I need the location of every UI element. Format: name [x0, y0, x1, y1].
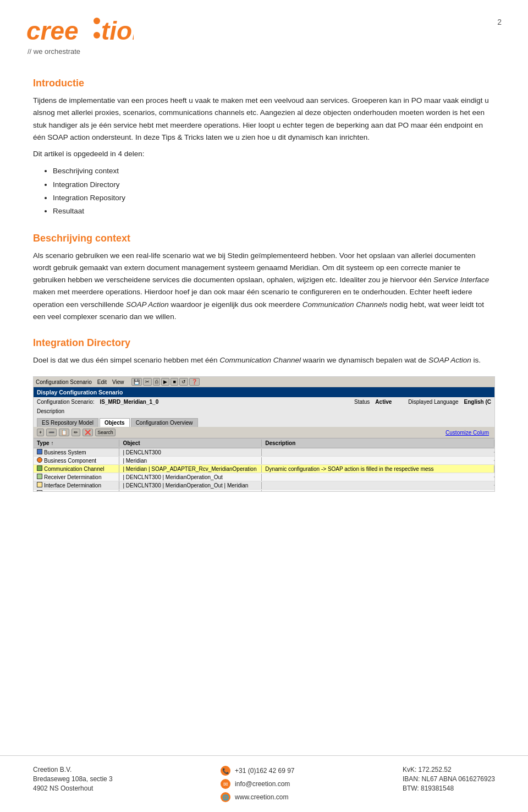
beschrijving-paragraph: Als scenario gebruiken we een real-life …	[33, 250, 495, 323]
iban: IBAN: NL67 ABNA 0616276923	[403, 775, 495, 783]
toolbar-btn-2[interactable]: ✂	[143, 378, 152, 386]
row4-desc	[262, 476, 494, 478]
row5-type: Interface Determination	[34, 481, 119, 489]
sap-description-row: Description	[34, 407, 494, 416]
table-row-1[interactable]: Business System | DENCLNT300	[34, 448, 494, 457]
phone-row: 📞 +31 (0)162 42 69 97	[221, 766, 294, 776]
bullet-item-3: Integration Repository	[53, 191, 495, 205]
lang-label: Displayed Language	[408, 399, 458, 405]
toolbar-buttons: 💾 ✂ ⎙ ▶ ■ ↺ ❓	[131, 378, 199, 386]
logo-svg: cree tion	[26, 15, 134, 44]
sap-tab-bar: ES Repository Model Objects Configuratio…	[34, 416, 494, 427]
table-row-6[interactable]: Receiver Agreement | DENCLNT300 | Meridi…	[34, 490, 494, 492]
status-value: Active	[375, 399, 392, 405]
row4-type: Receiver Determination	[34, 473, 119, 481]
lang-value: English (C	[464, 399, 491, 405]
toolbar-btn-1[interactable]: 💾	[131, 378, 142, 386]
sap-title-bar: Display Configuration Scenario	[34, 387, 494, 397]
sap-fields-row: Configuration Scenario: IS_MRD_Meridian_…	[34, 397, 494, 407]
intro-paragraph-1: Tijdens de implementatie van een proces …	[33, 95, 495, 144]
sap-screen: Configuration Scenario Edit View 💾 ✂ ⎙ ▶…	[34, 377, 494, 491]
email-row: ✉ info@creetion.com	[221, 779, 294, 789]
row2-desc	[262, 460, 494, 461]
footer-company: Creetion B.V. Bredaseweg 108a, sectie 3 …	[33, 766, 113, 802]
row3-type: Communication Channel	[34, 465, 119, 473]
sap-menubar: Configuration Scenario Edit View 💾 ✂ ⎙ ▶…	[34, 377, 494, 387]
sap-title-text: Display Configuration Scenario	[37, 389, 123, 396]
bullet-list: Beschrijving context Integration Directo…	[53, 164, 495, 218]
intro-paragraph-2: Dit artikel is opgedeeld in 4 delen:	[33, 148, 495, 160]
table-row-2[interactable]: Business Component | Meridian	[34, 457, 494, 465]
row6-type: Receiver Agreement	[34, 490, 119, 492]
tab-objects[interactable]: Objects	[100, 418, 130, 427]
logo: cree tion	[26, 15, 134, 44]
sap-table-header: Type ↑ Object Description	[34, 438, 494, 448]
toolbar-btn-7[interactable]: ❓	[189, 378, 200, 386]
table-row-3[interactable]: Communication Channel | Meridian | SOAP_…	[34, 465, 494, 473]
menu-config-scenario[interactable]: Configuration Scenario	[36, 379, 92, 385]
email-icon: ✉	[221, 779, 230, 789]
svg-point-2	[94, 32, 100, 39]
col-object: Object	[119, 440, 262, 447]
toolbar-btn-5[interactable]: ■	[170, 378, 178, 386]
footer: Creetion B.V. Bredaseweg 108a, sectie 3 …	[0, 755, 528, 812]
web-icon: 🌐	[221, 792, 230, 802]
tab-config-overview[interactable]: Configuration Overview	[131, 418, 198, 427]
footer-contact: 📞 +31 (0)162 42 69 97 ✉ info@creetion.co…	[221, 766, 294, 802]
row2-type: Business Component	[34, 457, 119, 464]
footer-legal: KvK: 172.252.52 IBAN: NL67 ABNA 06162769…	[403, 766, 495, 802]
main-content: Introductie Tijdens de implementatie van…	[0, 56, 528, 492]
row1-desc	[262, 452, 494, 453]
email-address: info@creetion.com	[235, 780, 290, 788]
website-row: 🌐 www.creetion.com	[221, 792, 294, 802]
svg-text:tion: tion	[101, 17, 134, 44]
phone-number: +31 (0)162 42 69 97	[235, 767, 294, 775]
row2-object: | Meridian	[119, 457, 262, 464]
tbl-btn-1[interactable]: +	[37, 429, 44, 436]
btw: BTW: 819381548	[403, 784, 495, 792]
tbl-btn-2[interactable]: ➖	[46, 429, 57, 436]
bullet-item-2: Integration Directory	[53, 178, 495, 191]
toolbar-btn-6[interactable]: ↺	[179, 378, 188, 386]
tbl-search-btn[interactable]: Search	[95, 429, 116, 436]
tbl-btn-5[interactable]: ❌	[82, 429, 93, 436]
logo-area: cree tion // we orchestrate	[26, 15, 134, 56]
config-scenario-label: Configuration Scenario:	[37, 399, 95, 405]
customize-col-link[interactable]: Customize Colum	[443, 429, 491, 436]
kvk: KvK: 172.252.52	[403, 766, 495, 773]
row3-object: | Meridian | SOAP_ADAPTER_Rcv_MeridianOp…	[119, 465, 262, 473]
table-row-5[interactable]: Interface Determination | DENCLNT300 | M…	[34, 481, 494, 490]
tbl-btn-3[interactable]: 📋	[59, 429, 69, 436]
config-scenario-value: IS_MRD_Meridian_1_0	[100, 399, 159, 405]
desc-label: Description	[37, 408, 64, 414]
toolbar-btn-4[interactable]: ▶	[161, 378, 169, 386]
phone-icon: 📞	[221, 766, 230, 776]
tbl-btn-4[interactable]: ✏	[72, 429, 80, 436]
company-name: Creetion B.V.	[33, 766, 113, 773]
table-row-4[interactable]: Receiver Determination | DENCLNT300 | Me…	[34, 473, 494, 481]
col-type: Type ↑	[34, 440, 119, 447]
row3-desc: Dynamic configuration -> SOAP action is …	[262, 465, 494, 473]
integration-directory-paragraph: Doel is dat we dus één simpel scenario h…	[33, 354, 495, 366]
beschrijving-title: Beschrijving context	[33, 233, 495, 244]
tagline: // we orchestrate	[28, 47, 134, 56]
header: cree tion // we orchestrate 2	[0, 0, 528, 56]
toolbar-btn-3[interactable]: ⎙	[153, 378, 160, 386]
page: cree tion // we orchestrate 2 Introducti…	[0, 0, 528, 812]
sap-screenshot: Configuration Scenario Edit View 💾 ✂ ⎙ ▶…	[33, 376, 495, 492]
menu-edit[interactable]: Edit	[97, 379, 107, 385]
tab-es-repository[interactable]: ES Repository Model	[37, 418, 98, 427]
bullet-item-1: Beschrijving context	[53, 164, 495, 178]
row1-type: Business System	[34, 448, 119, 456]
sap-table-toolbar: + ➖ 📋 ✏ ❌ Search Customize Colum	[34, 427, 494, 438]
row6-object: | DENCLNT300 | Meridian | MeridianOperat…	[119, 490, 262, 492]
row5-desc	[262, 485, 494, 486]
row4-object: | DENCLNT300 | MeridianOperation_Out	[119, 474, 262, 481]
row5-object: | DENCLNT300 | MeridianOperation_Out | M…	[119, 482, 262, 489]
col-description: Description	[262, 440, 494, 447]
menu-view[interactable]: View	[112, 379, 124, 385]
intro-title: Introductie	[33, 78, 495, 89]
status-label: Status	[354, 399, 370, 405]
company-address2: 4902 NS Oosterhout	[33, 784, 113, 792]
bullet-item-4: Resultaat	[53, 205, 495, 218]
